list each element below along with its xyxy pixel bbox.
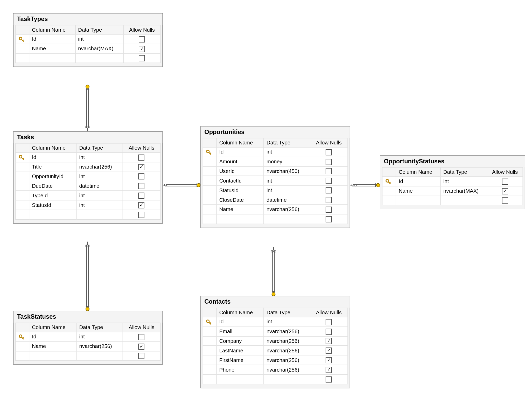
column-row[interactable]: Idint: [382, 177, 523, 186]
checkbox-icon[interactable]: [138, 193, 145, 199]
allow-nulls-cell[interactable]: [123, 332, 160, 342]
checkbox-icon[interactable]: [138, 212, 145, 218]
allow-nulls-cell[interactable]: [487, 177, 523, 186]
allow-nulls-cell[interactable]: [310, 317, 348, 327]
allow-nulls-cell[interactable]: [123, 210, 160, 219]
column-row-empty[interactable]: [16, 210, 160, 219]
checkbox-icon[interactable]: [138, 155, 145, 161]
checkbox-icon[interactable]: [326, 319, 332, 325]
checkbox-icon[interactable]: [326, 348, 332, 354]
column-row[interactable]: Idint: [16, 34, 160, 44]
allow-nulls-cell[interactable]: [123, 172, 160, 181]
column-row-empty[interactable]: [382, 196, 523, 205]
column-row[interactable]: Emailnvarchar(256): [203, 327, 348, 336]
checkbox-icon[interactable]: [139, 36, 145, 43]
checkbox-icon[interactable]: [326, 206, 332, 213]
allow-nulls-cell[interactable]: [310, 166, 348, 176]
allow-nulls-cell[interactable]: [123, 200, 160, 210]
primary-key-icon: [206, 149, 212, 155]
allow-nulls-cell[interactable]: [310, 147, 348, 157]
table-contacts[interactable]: ContactsColumn NameData TypeAllow NullsI…: [200, 296, 350, 388]
allow-nulls-cell[interactable]: [123, 342, 160, 351]
allow-nulls-cell[interactable]: [310, 346, 348, 355]
allow-nulls-cell[interactable]: [310, 195, 348, 205]
checkbox-icon[interactable]: [139, 46, 145, 52]
allow-nulls-cell[interactable]: [310, 157, 348, 166]
allow-nulls-cell[interactable]: [310, 327, 348, 336]
checkbox-icon[interactable]: [326, 376, 332, 382]
column-row[interactable]: Idint: [16, 152, 160, 162]
allow-nulls-cell[interactable]: [123, 191, 160, 200]
checkbox-icon[interactable]: [326, 197, 332, 203]
column-row[interactable]: Titlenvarchar(256): [16, 162, 160, 172]
column-row[interactable]: OpportunityIdint: [16, 172, 160, 181]
checkbox-icon[interactable]: [326, 367, 332, 373]
column-row[interactable]: Amountmoney: [203, 157, 348, 166]
column-row[interactable]: Phonenvarchar(256): [203, 365, 348, 374]
column-row[interactable]: Namenvarchar(MAX): [382, 186, 523, 196]
column-row[interactable]: StatusIdint: [16, 200, 160, 210]
column-row-empty[interactable]: [203, 374, 348, 384]
column-row[interactable]: Companynvarchar(256): [203, 336, 348, 346]
column-row[interactable]: Namenvarchar(256): [16, 342, 160, 351]
column-row[interactable]: UserIdnvarchar(450): [203, 166, 348, 176]
checkbox-icon[interactable]: [326, 178, 332, 184]
table-opportunitystatuses[interactable]: OpportunityStatusesColumn NameData TypeA…: [380, 155, 525, 209]
checkbox-icon[interactable]: [139, 55, 145, 62]
allow-nulls-cell[interactable]: [123, 351, 160, 361]
checkbox-icon[interactable]: [138, 353, 145, 359]
table-tasktypes[interactable]: TaskTypesColumn NameData TypeAllow Nulls…: [13, 13, 163, 67]
allow-nulls-cell[interactable]: [487, 196, 523, 205]
column-row-empty[interactable]: [203, 214, 348, 224]
allow-nulls-cell[interactable]: [123, 44, 160, 53]
checkbox-icon[interactable]: [326, 338, 332, 344]
column-row[interactable]: Idint: [203, 317, 348, 327]
allow-nulls-cell[interactable]: [123, 53, 160, 63]
checkbox-icon[interactable]: [138, 334, 145, 340]
checkbox-icon[interactable]: [138, 202, 145, 208]
allow-nulls-cell[interactable]: [310, 374, 348, 384]
allow-nulls-cell[interactable]: [123, 152, 160, 162]
column-row[interactable]: StatusIdint: [203, 185, 348, 195]
allow-nulls-cell[interactable]: [310, 205, 348, 214]
table-taskstatuses[interactable]: TaskStatusesColumn NameData TypeAllow Nu…: [13, 311, 163, 365]
column-row[interactable]: Idint: [203, 147, 348, 157]
allow-nulls-cell[interactable]: [310, 365, 348, 374]
checkbox-icon[interactable]: [138, 183, 145, 189]
checkbox-icon[interactable]: [502, 188, 508, 194]
column-row[interactable]: Idint: [16, 332, 160, 342]
allow-nulls-cell[interactable]: [310, 176, 348, 186]
checkbox-icon[interactable]: [326, 168, 332, 175]
checkbox-icon[interactable]: [326, 187, 332, 194]
allow-nulls-cell[interactable]: [310, 214, 348, 224]
checkbox-icon[interactable]: [326, 159, 332, 165]
column-row-empty[interactable]: [16, 53, 160, 63]
allow-nulls-cell[interactable]: [310, 336, 348, 346]
checkbox-icon[interactable]: [326, 329, 332, 335]
allow-nulls-cell[interactable]: [310, 355, 348, 365]
column-row[interactable]: TypeIdint: [16, 191, 160, 200]
table-opportunities[interactable]: OpportunitiesColumn NameData TypeAllow N…: [200, 126, 350, 228]
checkbox-icon[interactable]: [138, 173, 145, 180]
column-row[interactable]: Namenvarchar(MAX): [16, 44, 160, 53]
checkbox-icon[interactable]: [326, 149, 332, 155]
column-row[interactable]: Namenvarchar(256): [203, 205, 348, 214]
allow-nulls-cell[interactable]: [123, 34, 160, 44]
column-row[interactable]: CloseDatedatetime: [203, 195, 348, 205]
allow-nulls-cell[interactable]: [487, 186, 523, 196]
checkbox-icon[interactable]: [502, 198, 508, 204]
allow-nulls-cell[interactable]: [123, 181, 160, 191]
allow-nulls-cell[interactable]: [310, 185, 348, 195]
checkbox-icon[interactable]: [326, 357, 332, 364]
allow-nulls-cell[interactable]: [123, 162, 160, 172]
column-row[interactable]: LastNamenvarchar(256): [203, 346, 348, 355]
column-row[interactable]: ContactIdint: [203, 176, 348, 186]
table-tasks[interactable]: TasksColumn NameData TypeAllow NullsIdin…: [13, 131, 163, 224]
checkbox-icon[interactable]: [502, 178, 508, 185]
column-row[interactable]: DueDatedatetime: [16, 181, 160, 191]
checkbox-icon[interactable]: [138, 343, 145, 350]
checkbox-icon[interactable]: [326, 216, 332, 222]
checkbox-icon[interactable]: [138, 164, 145, 170]
column-row-empty[interactable]: [16, 351, 160, 361]
column-row[interactable]: FirstNamenvarchar(256): [203, 355, 348, 365]
